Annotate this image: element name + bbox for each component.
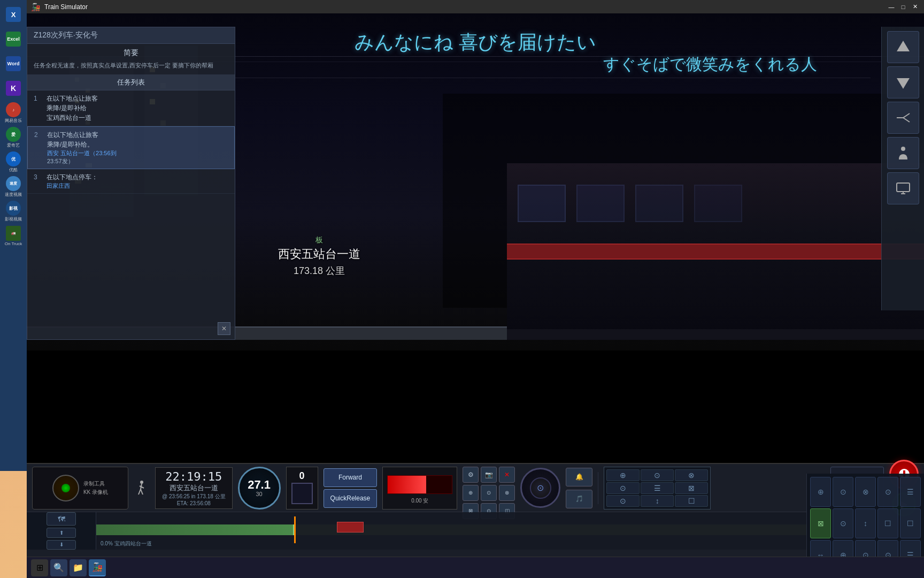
rcp-btn-5[interactable]: ☰ [900,477,921,507]
throttle-indicator: 0 [286,467,318,509]
game-window: 🚂 Train Simulator — □ ✕ [27,0,924,578]
horn-btn-1[interactable]: 🔔 [566,468,592,486]
task-num-3: 3 [34,172,42,190]
task-panel-header: Z128次列车·安化号 [27,27,235,44]
forward-mode-btn[interactable]: Forward [324,468,378,487]
camera-down-btn[interactable] [887,66,919,98]
task-item-2: 2 在以下地点让旅客 乘降/是即补给。 西安 五站台一道（23:56到 23:5… [27,126,235,169]
station-name-overlay: 西安五站台一道 [278,246,360,262]
mfd-btn-2[interactable]: ⊙ [641,469,674,481]
passenger-btn[interactable] [887,137,919,169]
timeline-segments [96,520,806,539]
mfd-btn-9[interactable]: ☐ [675,495,708,507]
rcp-btn-10[interactable]: ☐ [900,508,921,538]
mfd-btn-4[interactable]: ⊙ [606,482,640,494]
taskbar-train-app[interactable]: 🚂 [89,559,106,576]
taskbar-app-2[interactable]: 📁 [70,559,87,576]
timeline-icons: 🗺 ⬆ ⬇ [27,512,96,550]
recorder-label1: 录制工具 [83,480,108,488]
rcp-btn-9[interactable]: ☐ [877,508,898,538]
throttle-value: 0 [299,470,305,482]
timeline-cursor [294,516,296,543]
task-content-1: 在以下地点让旅客 乘降/是即补给 宝鸡西站台一道 [47,94,228,123]
brake-bar [387,475,452,494]
taskbar-icon-x[interactable]: X [2,3,25,26]
junction-btn[interactable] [887,102,919,134]
camera-up-btn[interactable] [887,31,919,63]
timeline-track[interactable]: 0.0% 宝鸡四站台一道 [96,512,806,550]
timeline-btn-1[interactable]: 🗺 [47,512,76,526]
mfd-btn-3[interactable]: ⊗ [675,469,708,481]
taskbar-icon-speed[interactable]: 速度 速度视频 [2,175,25,199]
rcp-btn-4[interactable]: ⊙ [877,477,898,507]
gear-dial[interactable]: ⊙ [520,468,560,508]
func-btn-2[interactable]: 📷 [481,467,497,483]
svg-line-3 [903,113,910,118]
window-controls: — □ ✕ [887,2,920,12]
taskbar-icon-truck[interactable]: 🚛 On Truck [2,224,25,248]
func-btn-1[interactable]: ⚙ [463,467,479,483]
taskbar-app-1[interactable]: 🔍 [50,559,67,576]
jp-lyrics-line2: すぐそばで微笑みをくれる人 [603,54,817,75]
task-panel-close-btn[interactable]: ✕ [218,322,230,335]
maximize-btn[interactable]: □ [898,2,908,12]
close-btn[interactable]: ✕ [910,2,920,12]
taskbar-icon-excel[interactable]: Excel [2,27,25,51]
task-content-3: 在以下地点停车： 田家庄西 [47,172,228,190]
func-btn-6[interactable]: ⊗ [499,485,515,501]
speed-gauge: 27.1 30 [238,467,281,509]
timeline-filled [96,524,294,535]
recorder-dot [61,484,70,492]
svg-marker-1 [897,78,910,89]
timeline-bar: 🗺 ⬆ ⬇ 0.0% 宝鸡四站台一道 ⊕ ⊙ ⊗ ⊙ ☰ [27,512,924,550]
system-taskbar: ⊞ 🔍 📁 🚂 [27,557,924,578]
brake-mode-btn[interactable]: QuickRelease [324,489,378,508]
svg-rect-6 [897,183,910,192]
mfd-panel: ⊕ ⊙ ⊗ ⊙ ☰ ⊠ ⊙ ↕ ☐ [604,467,711,509]
timeline-btn-3[interactable]: ⬇ [47,540,76,550]
next-station-name: 西安五站台一道 [162,483,226,493]
mfd-btn-1[interactable]: ⊕ [606,469,640,481]
minimize-btn[interactable]: — [887,2,896,12]
rcp-btn-3[interactable]: ⊗ [855,477,876,507]
horn-btn-2[interactable]: 🎵 [566,490,592,508]
func-btn-3[interactable]: ✕ [499,467,515,483]
taskbar-icon-word[interactable]: Word [2,52,25,75]
brake-value: 0.00 安 [383,497,457,505]
taskbar-icon-youku[interactable]: 优 优酷 [2,150,25,174]
recorder-widget: 录制工具 KK 录像机 [32,467,128,509]
timeline-btn-2[interactable]: ⬆ [47,528,76,537]
rcp-btn-7[interactable]: ⊙ [833,508,853,538]
rcp-btn-8[interactable]: ↕ [855,508,876,538]
recorder-label2: KK 录像机 [83,489,108,496]
train-number: Z128次列车·安化号 [34,31,98,40]
taskbar-icon-iqiyi[interactable]: 爱 爱奇艺 [2,126,25,149]
func-btn-4[interactable]: ⊕ [463,485,479,501]
display-btn[interactable] [887,172,919,204]
svg-line-4 [903,118,910,122]
mfd-btn-7[interactable]: ⊙ [606,495,640,507]
rcp-btn-1[interactable]: ⊕ [810,477,831,507]
task-subtitle-1b: 宝鸡西站台一道 [47,113,228,123]
time-display: 22:19:15 西安五站台一道 @ 23:56:25 in 173.18 公里… [155,467,233,509]
station-eta: ETA: 23:56:08 [162,500,226,506]
func-btn-5[interactable]: ⊙ [481,485,497,501]
mfd-btn-5[interactable]: ☰ [641,482,674,494]
station-marker: 板 [278,235,360,245]
task-time-2: 23:57发） [47,157,228,165]
taskbar-icon-music[interactable]: ♪ 网易音乐 [2,101,25,125]
mfd-btn-8[interactable]: ↕ [641,495,674,507]
task-summary: 简要 任务全程无速度，按照真实点单设置,西安停车后一定 要摘下你的帮厢 [27,44,235,75]
svg-point-5 [901,147,905,151]
task-title-3: 在以下地点停车： [47,172,228,182]
mfd-btn-6[interactable]: ⊠ [675,482,708,494]
task-num-1: 1 [34,94,42,123]
task-summary-text: 任务全程无速度，按照真实点单设置,西安停车后一定 要摘下你的帮厢 [34,61,228,70]
taskbar-icon-video[interactable]: 影视 影视视频 [2,200,25,223]
rcp-btn-6[interactable]: ⊠ [810,508,831,538]
rcp-btn-2[interactable]: ⊙ [833,477,853,507]
svg-line-12 [141,489,143,495]
taskbar-start[interactable]: ⊞ [31,559,48,576]
taskbar-icon-k[interactable]: K [2,77,25,100]
speed-gauge-circle: 27.1 30 [238,467,281,509]
